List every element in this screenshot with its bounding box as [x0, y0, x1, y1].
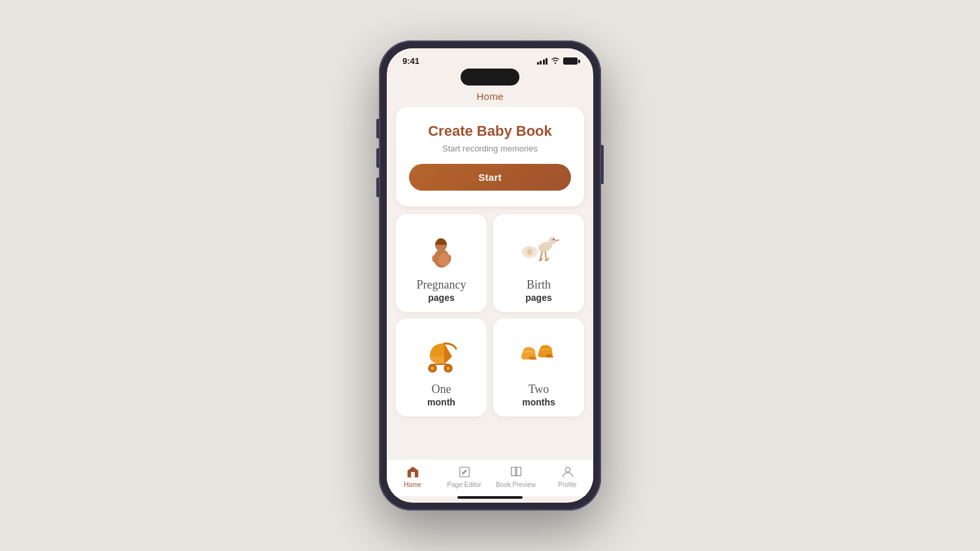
svg-point-4	[549, 237, 556, 244]
birth-script-label: Birth	[527, 278, 551, 292]
tab-page-editor-label: Page Editor	[447, 481, 481, 488]
birth-card[interactable]: Birth pages	[493, 214, 584, 312]
tab-book-preview-label: Book Preview	[496, 481, 536, 488]
tab-profile[interactable]: Profile	[542, 465, 593, 488]
tab-home-label: Home	[404, 481, 421, 488]
page-title: Home	[387, 88, 593, 107]
two-months-script-label: Two	[529, 383, 549, 397]
svg-point-1	[438, 253, 450, 266]
svg-point-7	[526, 249, 533, 256]
two-months-card[interactable]: Two months	[493, 319, 584, 417]
svg-point-11	[431, 367, 434, 370]
svg-point-13	[446, 367, 449, 370]
start-button[interactable]: Start	[409, 164, 571, 191]
birth-icon	[518, 231, 560, 273]
stroller-icon	[421, 336, 463, 377]
two-months-bold-label: months	[522, 397, 555, 407]
svg-point-16	[565, 467, 570, 472]
home-icon	[406, 465, 420, 479]
svg-point-9	[530, 251, 531, 252]
one-month-script-label: One	[432, 383, 451, 397]
home-indicator	[457, 496, 523, 499]
edit-icon	[457, 465, 472, 479]
hero-card: Create Baby Book Start recording memorie…	[396, 107, 584, 206]
one-month-bold-label: month	[427, 397, 455, 407]
signal-icon	[537, 57, 548, 65]
one-month-card[interactable]: One month	[396, 319, 487, 417]
status-bar: 9:41	[387, 48, 593, 69]
pregnancy-bold-label: pages	[428, 292, 454, 303]
tab-profile-label: Profile	[558, 481, 576, 488]
pregnancy-script-label: Pregnancy	[417, 278, 466, 292]
battery-icon	[563, 57, 578, 65]
hero-subtitle: Start recording memories	[409, 144, 571, 153]
status-icons	[537, 57, 578, 65]
tab-home[interactable]: Home	[387, 465, 438, 488]
hero-title: Create Baby Book	[409, 123, 571, 140]
tab-book-preview[interactable]: Book Preview	[490, 465, 542, 488]
cards-grid: Pregnancy pages	[396, 214, 584, 417]
dynamic-island	[461, 69, 519, 86]
svg-point-5	[553, 239, 554, 240]
pregnancy-icon	[421, 231, 463, 273]
book-icon	[509, 465, 523, 479]
main-content: Create Baby Book Start recording memorie…	[387, 107, 593, 459]
shoes-icon	[518, 336, 560, 377]
pregnancy-card[interactable]: Pregnancy pages	[396, 214, 487, 312]
birth-bold-label: pages	[525, 292, 551, 303]
tab-page-editor[interactable]: Page Editor	[438, 465, 490, 488]
svg-point-8	[528, 251, 529, 252]
tab-bar: Home Page Editor Book Preview	[387, 459, 593, 496]
phone-frame: 9:41 Home	[379, 40, 601, 511]
status-time: 9:41	[402, 56, 419, 66]
profile-icon	[561, 465, 575, 479]
phone-screen: 9:41 Home	[387, 48, 593, 503]
wifi-icon	[551, 57, 560, 65]
